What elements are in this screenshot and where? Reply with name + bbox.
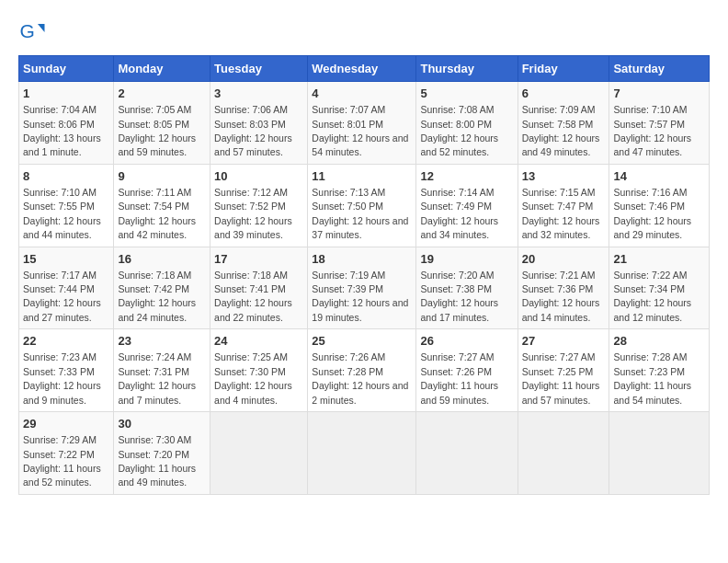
day-info: Sunrise: 7:11 AMSunset: 7:54 PMDaylight:… bbox=[118, 187, 196, 240]
table-cell: 11Sunrise: 7:13 AMSunset: 7:50 PMDayligh… bbox=[308, 164, 416, 247]
day-number: 30 bbox=[118, 416, 206, 432]
logo-icon: G bbox=[18, 18, 46, 46]
day-info: Sunrise: 7:25 AMSunset: 7:30 PMDaylight:… bbox=[214, 351, 292, 405]
svg-text:G: G bbox=[20, 20, 35, 41]
day-info: Sunrise: 7:06 AMSunset: 8:03 PMDaylight:… bbox=[214, 104, 292, 157]
calendar-row: 1Sunrise: 7:04 AMSunset: 8:06 PMDaylight… bbox=[19, 82, 710, 165]
logo: G bbox=[18, 18, 50, 46]
day-number: 4 bbox=[312, 86, 412, 102]
day-info: Sunrise: 7:04 AMSunset: 8:06 PMDaylight:… bbox=[23, 104, 101, 157]
day-number: 3 bbox=[214, 86, 303, 102]
col-saturday: Saturday bbox=[609, 56, 710, 82]
table-cell: 26Sunrise: 7:27 AMSunset: 7:26 PMDayligh… bbox=[416, 329, 518, 412]
table-cell: 19Sunrise: 7:20 AMSunset: 7:38 PMDayligh… bbox=[416, 247, 518, 329]
calendar-row: 22Sunrise: 7:23 AMSunset: 7:33 PMDayligh… bbox=[19, 329, 710, 412]
table-cell bbox=[308, 412, 416, 495]
col-sunday: Sunday bbox=[19, 56, 114, 82]
day-number: 10 bbox=[214, 168, 303, 185]
day-number: 27 bbox=[522, 333, 606, 350]
table-cell: 20Sunrise: 7:21 AMSunset: 7:36 PMDayligh… bbox=[518, 247, 609, 329]
day-number: 15 bbox=[23, 251, 109, 268]
table-cell: 22Sunrise: 7:23 AMSunset: 7:33 PMDayligh… bbox=[19, 329, 114, 412]
day-number: 2 bbox=[118, 86, 206, 102]
day-number: 7 bbox=[613, 86, 705, 102]
page-header: G bbox=[18, 18, 710, 46]
day-info: Sunrise: 7:17 AMSunset: 7:44 PMDaylight:… bbox=[23, 270, 101, 323]
table-cell bbox=[518, 412, 609, 495]
day-info: Sunrise: 7:07 AMSunset: 8:01 PMDaylight:… bbox=[312, 104, 408, 157]
day-info: Sunrise: 7:29 AMSunset: 7:22 PMDaylight:… bbox=[23, 434, 101, 488]
day-info: Sunrise: 7:26 AMSunset: 7:28 PMDaylight:… bbox=[312, 351, 408, 405]
day-info: Sunrise: 7:19 AMSunset: 7:39 PMDaylight:… bbox=[312, 270, 408, 323]
day-number: 5 bbox=[420, 86, 513, 102]
table-cell: 14Sunrise: 7:16 AMSunset: 7:46 PMDayligh… bbox=[609, 164, 710, 247]
table-cell: 16Sunrise: 7:18 AMSunset: 7:42 PMDayligh… bbox=[114, 247, 210, 329]
table-cell: 7Sunrise: 7:10 AMSunset: 7:57 PMDaylight… bbox=[609, 82, 710, 165]
day-number: 23 bbox=[118, 333, 206, 350]
day-number: 18 bbox=[312, 251, 412, 268]
header-row: Sunday Monday Tuesday Wednesday Thursday… bbox=[19, 56, 710, 82]
day-number: 13 bbox=[522, 168, 606, 185]
table-cell: 3Sunrise: 7:06 AMSunset: 8:03 PMDaylight… bbox=[210, 82, 308, 165]
day-info: Sunrise: 7:24 AMSunset: 7:31 PMDaylight:… bbox=[118, 351, 196, 405]
day-info: Sunrise: 7:12 AMSunset: 7:52 PMDaylight:… bbox=[214, 187, 292, 240]
day-info: Sunrise: 7:21 AMSunset: 7:36 PMDaylight:… bbox=[522, 270, 600, 323]
day-info: Sunrise: 7:10 AMSunset: 7:55 PMDaylight:… bbox=[23, 187, 101, 240]
col-tuesday: Tuesday bbox=[210, 56, 308, 82]
day-number: 24 bbox=[214, 333, 303, 350]
day-number: 29 bbox=[23, 416, 109, 432]
day-number: 9 bbox=[118, 168, 206, 185]
day-info: Sunrise: 7:18 AMSunset: 7:42 PMDaylight:… bbox=[118, 270, 196, 323]
table-cell: 12Sunrise: 7:14 AMSunset: 7:49 PMDayligh… bbox=[416, 164, 518, 247]
svg-marker-1 bbox=[38, 24, 45, 32]
day-number: 19 bbox=[420, 251, 513, 268]
calendar-table: Sunday Monday Tuesday Wednesday Thursday… bbox=[18, 55, 710, 495]
day-info: Sunrise: 7:22 AMSunset: 7:34 PMDaylight:… bbox=[613, 270, 691, 323]
table-cell: 23Sunrise: 7:24 AMSunset: 7:31 PMDayligh… bbox=[114, 329, 210, 412]
day-number: 14 bbox=[613, 168, 705, 185]
day-info: Sunrise: 7:14 AMSunset: 7:49 PMDaylight:… bbox=[420, 187, 498, 240]
calendar-row: 29Sunrise: 7:29 AMSunset: 7:22 PMDayligh… bbox=[19, 412, 710, 495]
day-info: Sunrise: 7:05 AMSunset: 8:05 PMDaylight:… bbox=[118, 104, 196, 157]
day-number: 1 bbox=[23, 86, 109, 102]
table-cell: 5Sunrise: 7:08 AMSunset: 8:00 PMDaylight… bbox=[416, 82, 518, 165]
table-cell: 15Sunrise: 7:17 AMSunset: 7:44 PMDayligh… bbox=[19, 247, 114, 329]
day-info: Sunrise: 7:13 AMSunset: 7:50 PMDaylight:… bbox=[312, 187, 408, 240]
day-number: 17 bbox=[214, 251, 303, 268]
table-cell: 17Sunrise: 7:18 AMSunset: 7:41 PMDayligh… bbox=[210, 247, 308, 329]
day-info: Sunrise: 7:27 AMSunset: 7:25 PMDaylight:… bbox=[522, 351, 600, 405]
day-info: Sunrise: 7:20 AMSunset: 7:38 PMDaylight:… bbox=[420, 270, 498, 323]
day-info: Sunrise: 7:09 AMSunset: 7:58 PMDaylight:… bbox=[522, 104, 600, 157]
day-number: 22 bbox=[23, 333, 109, 350]
calendar-row: 15Sunrise: 7:17 AMSunset: 7:44 PMDayligh… bbox=[19, 247, 710, 329]
table-cell: 24Sunrise: 7:25 AMSunset: 7:30 PMDayligh… bbox=[210, 329, 308, 412]
col-friday: Friday bbox=[518, 56, 609, 82]
table-cell: 30Sunrise: 7:30 AMSunset: 7:20 PMDayligh… bbox=[114, 412, 210, 495]
day-number: 21 bbox=[613, 251, 705, 268]
table-cell: 25Sunrise: 7:26 AMSunset: 7:28 PMDayligh… bbox=[308, 329, 416, 412]
day-info: Sunrise: 7:30 AMSunset: 7:20 PMDaylight:… bbox=[118, 434, 196, 488]
table-cell: 27Sunrise: 7:27 AMSunset: 7:25 PMDayligh… bbox=[518, 329, 609, 412]
col-thursday: Thursday bbox=[416, 56, 518, 82]
day-info: Sunrise: 7:18 AMSunset: 7:41 PMDaylight:… bbox=[214, 270, 292, 323]
day-info: Sunrise: 7:28 AMSunset: 7:23 PMDaylight:… bbox=[613, 351, 691, 405]
table-cell bbox=[210, 412, 308, 495]
table-cell: 28Sunrise: 7:28 AMSunset: 7:23 PMDayligh… bbox=[609, 329, 710, 412]
table-cell: 21Sunrise: 7:22 AMSunset: 7:34 PMDayligh… bbox=[609, 247, 710, 329]
table-cell: 10Sunrise: 7:12 AMSunset: 7:52 PMDayligh… bbox=[210, 164, 308, 247]
day-number: 16 bbox=[118, 251, 206, 268]
day-info: Sunrise: 7:15 AMSunset: 7:47 PMDaylight:… bbox=[522, 187, 600, 240]
calendar-row: 8Sunrise: 7:10 AMSunset: 7:55 PMDaylight… bbox=[19, 164, 710, 247]
day-info: Sunrise: 7:08 AMSunset: 8:00 PMDaylight:… bbox=[420, 104, 498, 157]
day-number: 20 bbox=[522, 251, 606, 268]
day-info: Sunrise: 7:27 AMSunset: 7:26 PMDaylight:… bbox=[420, 351, 498, 405]
day-number: 12 bbox=[420, 168, 513, 185]
table-cell: 6Sunrise: 7:09 AMSunset: 7:58 PMDaylight… bbox=[518, 82, 609, 165]
table-cell bbox=[609, 412, 710, 495]
col-wednesday: Wednesday bbox=[308, 56, 416, 82]
table-cell: 9Sunrise: 7:11 AMSunset: 7:54 PMDaylight… bbox=[114, 164, 210, 247]
col-monday: Monday bbox=[114, 56, 210, 82]
table-cell: 13Sunrise: 7:15 AMSunset: 7:47 PMDayligh… bbox=[518, 164, 609, 247]
table-cell bbox=[416, 412, 518, 495]
day-number: 25 bbox=[312, 333, 412, 350]
